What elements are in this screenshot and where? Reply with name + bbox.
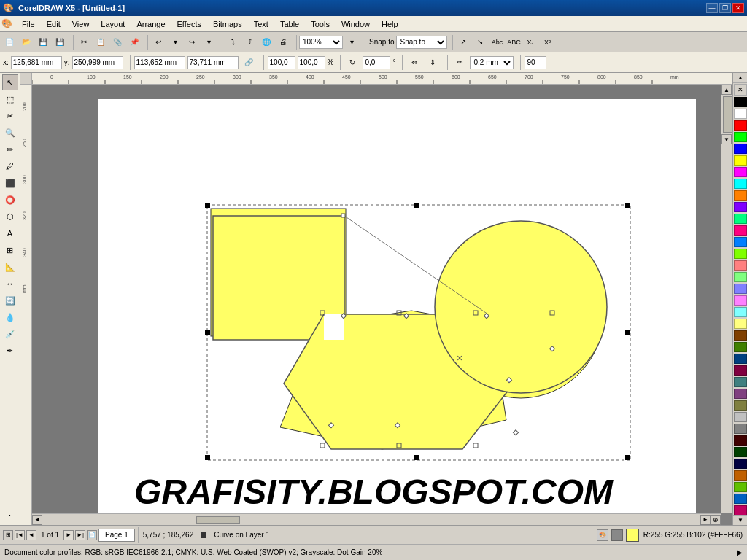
rotate-input[interactable] [363,56,390,69]
maximize-button[interactable]: ❐ [719,3,731,13]
close-button[interactable]: ✕ [732,3,744,13]
color-swatch-34[interactable] [734,494,747,504]
cut-button[interactable]: ✂ [76,34,92,50]
color-swatch-21[interactable] [734,342,747,352]
color-swatch-0[interactable] [734,97,747,107]
hscroll-left[interactable]: ◄ [32,515,42,525]
menu-item-window[interactable]: Window [336,16,376,31]
color-swatch-3[interactable] [734,132,747,142]
canvas-area[interactable]: 0 100 150 200 250 300 350 400 45 [20,73,732,525]
smart-tool[interactable]: 🖊 [2,158,18,174]
palette-scroll-up[interactable]: ▲ [733,73,747,83]
snap-combo[interactable]: Snap to [396,36,447,49]
add-page-right[interactable]: 📄 [87,530,97,540]
menu-item-edit[interactable]: Edit [41,16,66,31]
color-swatch-31[interactable] [734,459,747,469]
color-swatch-19[interactable] [734,319,747,329]
outline-combo[interactable]: 0,2 mm [470,56,514,69]
color-swatch-23[interactable] [734,365,747,376]
zoom-tool[interactable]: 🔍 [2,125,18,141]
dimension-tool[interactable]: 📐 [2,259,18,275]
prev-page-button[interactable]: ◄ [26,530,36,540]
vscroll-down[interactable]: ▼ [721,134,732,144]
options-btn1[interactable]: ↗ [455,34,471,50]
fill-tool[interactable]: 💧 [2,309,18,325]
paste-btn2[interactable]: 📌 [126,34,142,50]
outline-btn[interactable]: ✏ [452,55,468,71]
color-swatch-26[interactable] [734,400,747,411]
menu-item-view[interactable]: View [66,16,96,31]
color-swatch-14[interactable] [734,260,747,271]
height-input[interactable] [187,56,239,69]
menu-item-tools[interactable]: Tools [305,16,336,31]
paste-button[interactable]: 📎 [109,34,125,50]
print-button[interactable]: 🖨 [275,34,291,50]
page-tab[interactable]: Page 1 [98,529,135,542]
vertical-scrollbar[interactable]: ▲ ▼ [721,85,732,513]
menu-item-bitmaps[interactable]: Bitmaps [207,16,248,31]
import-button[interactable]: ⤵ [225,34,241,50]
new-button[interactable]: 📄 [1,34,18,50]
palette-scroll-down[interactable]: ▼ [733,515,747,525]
color-swatch-33[interactable] [734,482,747,492]
width-input[interactable] [134,56,185,69]
extra-tools[interactable]: ⋮ [2,508,18,524]
mirror-h[interactable]: ⇔ [406,55,422,71]
color-swatch-24[interactable] [734,377,747,387]
minimize-button[interactable]: — [706,3,718,13]
text-format2[interactable]: ABC [506,34,522,50]
menu-item-layout[interactable]: Layout [95,16,131,31]
scale-h[interactable] [298,56,325,69]
zoom-dropdown[interactable]: ▾ [344,34,360,50]
color-swatch-15[interactable] [734,272,747,282]
connector-tool[interactable]: ↔ [2,276,18,292]
polygon-tool[interactable]: ⬡ [2,209,18,225]
lock-ratio[interactable]: 🔗 [241,55,257,71]
color-swatch-2[interactable] [734,120,747,131]
y-input[interactable] [72,56,123,69]
next-page-button[interactable]: ► [63,530,74,540]
menu-item-text[interactable]: Text [248,16,274,31]
no-color-swatch[interactable]: ✕ [734,84,747,96]
canvas[interactable]: × GRAFISITY.BLOGSPOT.COM [32,85,721,513]
redo-dropdown[interactable]: ▾ [201,34,217,50]
crop-tool[interactable]: ✂ [2,108,18,124]
x-input[interactable] [11,56,62,69]
freehand-tool[interactable]: ✏ [2,141,18,158]
color-swatch-8[interactable] [734,190,747,201]
color-swatch-5[interactable] [734,155,747,166]
color-swatch-9[interactable] [734,202,747,212]
menu-item-table[interactable]: Table [274,16,305,31]
horizontal-scrollbar[interactable]: ◄ ► ⊕ [32,513,721,525]
undo-dropdown[interactable]: ▾ [167,34,183,50]
text-sub[interactable]: X₂ [522,34,538,50]
undo-button[interactable]: ↩ [150,34,166,50]
color-swatch-30[interactable] [734,447,747,457]
open-button[interactable]: 📂 [18,34,34,50]
sides-input[interactable] [525,56,546,69]
color-mode-btn[interactable]: 🎨 [597,529,608,541]
color-swatch-28[interactable] [734,424,747,434]
mirror-v[interactable]: ⇕ [425,55,441,71]
first-page-button[interactable]: |◄ [15,530,25,540]
color-swatch-17[interactable] [734,295,747,306]
color-swatch-13[interactable] [734,249,747,259]
outline-color-tool[interactable]: ✒ [2,343,18,359]
export-button[interactable]: ⤴ [241,34,258,50]
menu-item-file[interactable]: File [16,16,41,31]
table-tool[interactable]: ⊞ [2,242,18,258]
color-swatch-22[interactable] [734,354,747,364]
color-swatch-4[interactable] [734,144,747,154]
text-format1[interactable]: Abc [489,34,505,50]
color-swatch-32[interactable] [734,470,747,481]
scale-w[interactable] [268,56,295,69]
save-button[interactable]: 💾 [35,34,51,50]
text-tool[interactable]: A [2,225,18,241]
last-page-button[interactable]: ►| [75,530,85,540]
hscroll-right[interactable]: ► [700,515,711,525]
ellipse-tool[interactable]: ⭕ [2,192,18,208]
color-swatch-12[interactable] [734,237,747,247]
blend-tool[interactable]: 🔄 [2,292,18,308]
rotate-btn[interactable]: ↻ [344,55,360,71]
vscroll-up[interactable]: ▲ [721,85,732,95]
